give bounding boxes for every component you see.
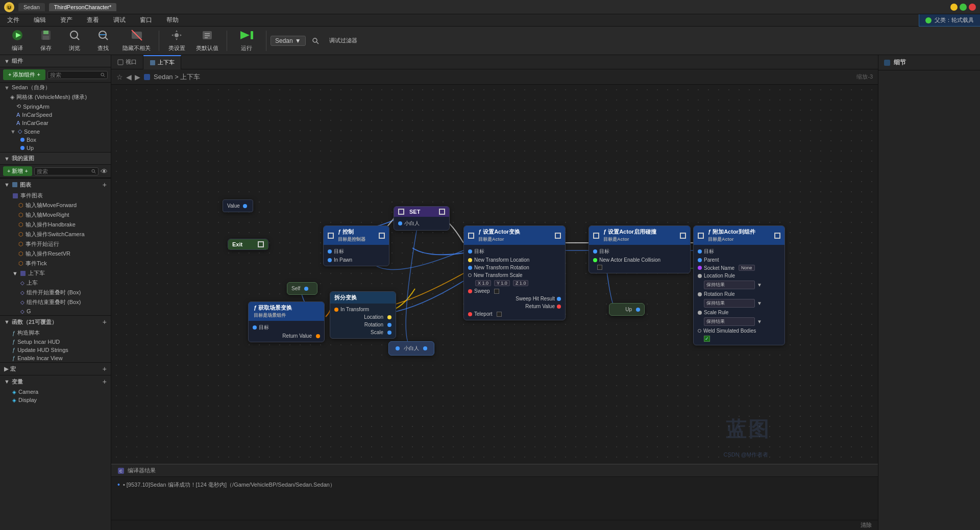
- app-logo: U: [4, 2, 14, 12]
- ud-item-2[interactable]: ◇ 组件结束重叠时 (Box): [0, 297, 111, 307]
- maximize-button[interactable]: [960, 4, 967, 11]
- chevron-down-icon: ▼: [4, 378, 10, 385]
- var-display[interactable]: ◈ Display: [0, 396, 111, 404]
- func-update-hud[interactable]: ƒ Update HUD Strings: [0, 346, 111, 354]
- gt-return-pin: Return Value: [249, 332, 324, 340]
- close-button[interactable]: [969, 4, 976, 11]
- aa-rotation-select[interactable]: 保持结果 ▼: [694, 298, 785, 309]
- decompose-node[interactable]: 拆分变换 In Transform Location Rotation: [330, 291, 396, 339]
- ud-item-0[interactable]: ◇ 上车: [0, 278, 111, 288]
- clear-button[interactable]: 清除: [861, 521, 872, 529]
- chevron-down-icon: ▼: [4, 85, 10, 91]
- save-button[interactable]: 保存: [33, 27, 59, 54]
- event-handbrake[interactable]: ⬡ 输入操作Handbrake: [0, 220, 111, 230]
- menu-assets[interactable]: 资产: [57, 15, 76, 26]
- sedan-dropdown[interactable]: Sedan ▼: [271, 36, 306, 46]
- menu-window[interactable]: 窗口: [137, 15, 155, 26]
- func-setup-hud[interactable]: ƒ Setup Incar HUD: [0, 338, 111, 346]
- event-switchcamera[interactable]: ⬡ 输入操作SwitchCamera: [0, 230, 111, 239]
- var-camera[interactable]: ◈ Camera: [0, 388, 111, 396]
- aa-location-select[interactable]: 保持结果 ▼: [694, 280, 785, 290]
- add-component-button[interactable]: + 添加组件 +: [3, 69, 45, 80]
- svg-point-23: [101, 73, 104, 75]
- sedan-self-item[interactable]: ▼ Sedan（自身）: [0, 83, 111, 92]
- graphs-header[interactable]: ▼ 图表 +: [0, 179, 111, 191]
- up-node[interactable]: Up: [609, 303, 645, 316]
- scene-item[interactable]: ▼ ◇ Scene: [0, 127, 111, 136]
- debug-filter-button[interactable]: 调试过滤器: [325, 35, 361, 46]
- my-blueprint-header[interactable]: ▼ 我的蓝图: [0, 153, 111, 165]
- forward-button[interactable]: ▶: [135, 73, 140, 81]
- tab-thirdperson[interactable]: ThirdPersonCharacter*: [49, 3, 117, 11]
- class-defaults-button[interactable]: 类默认值: [192, 27, 223, 54]
- event-beginplay[interactable]: ⬡ 事件开始运行: [0, 239, 111, 249]
- status-dot: [925, 17, 932, 23]
- component-search[interactable]: [47, 71, 108, 79]
- up-item[interactable]: Up: [0, 144, 111, 152]
- spring-arm-item[interactable]: ⟲ SpringArm: [0, 102, 111, 111]
- run-button[interactable]: 运行: [231, 27, 262, 54]
- event-tick[interactable]: ⬡ 事件Tick: [0, 259, 111, 268]
- self-node[interactable]: Self: [287, 282, 317, 295]
- blueprint-canvas[interactable]: Exit Value SET: [111, 85, 878, 464]
- updown-car-header[interactable]: ▼ 上下车: [0, 268, 111, 278]
- func-icon: ƒ: [12, 355, 15, 361]
- add-function-button[interactable]: +: [103, 318, 107, 326]
- functions-header[interactable]: ▼ 函数（21可覆盖） +: [0, 316, 111, 328]
- hide-icon: [131, 29, 143, 43]
- component-search-input[interactable]: [50, 72, 101, 78]
- eye-button[interactable]: 👁: [101, 167, 108, 175]
- func-enable-incar[interactable]: ƒ Enable Incar View: [0, 354, 111, 362]
- gt-target-pin: 目标: [249, 323, 324, 332]
- control-node[interactable]: ƒ 控制 目标是控制器 目标 In Pawn: [323, 225, 389, 266]
- attach-actor-node[interactable]: ƒ 附加Actor到组件 目标是Actor 目标 Parent: [693, 225, 785, 345]
- blueprint-search-input[interactable]: [37, 168, 91, 174]
- compile-button[interactable]: 编译: [4, 27, 31, 54]
- tab-sedan[interactable]: Sedan: [18, 3, 45, 11]
- tab-updown[interactable]: 上下车: [143, 55, 181, 69]
- menu-help[interactable]: 帮助: [163, 15, 182, 26]
- exit-node[interactable]: Exit: [228, 239, 268, 250]
- set-node[interactable]: SET 小白人: [394, 206, 450, 231]
- func-construct[interactable]: ƒ 构造脚本: [0, 328, 111, 338]
- back-button[interactable]: ◀: [126, 73, 132, 81]
- set-actor-collision-node[interactable]: ƒ 设置Actor启用碰撞 目标是Actor 目标 New Actor Enab…: [589, 225, 691, 273]
- components-section-header[interactable]: ▼ 组件: [0, 55, 111, 67]
- menu-debug[interactable]: 调试: [110, 15, 129, 26]
- new-button[interactable]: + 新增 +: [3, 166, 32, 176]
- blueprint-search[interactable]: [34, 167, 99, 175]
- tab-viewport[interactable]: 视口: [111, 55, 143, 69]
- incar-speed-item[interactable]: A InCarSpeed: [0, 111, 111, 119]
- ud-item-3[interactable]: ◇ G: [0, 307, 111, 315]
- aa-scale-select[interactable]: 保持结果 ▼: [694, 316, 785, 327]
- small-white-node[interactable]: 小白人: [388, 341, 434, 356]
- debug-search-button[interactable]: [308, 35, 323, 46]
- event-moveright[interactable]: ⬡ 输入轴MoveRight: [0, 210, 111, 220]
- value-node[interactable]: Value: [223, 199, 253, 212]
- find-button[interactable]: 查找: [90, 27, 116, 54]
- minimize-button[interactable]: [950, 4, 958, 11]
- browse-button[interactable]: 浏览: [61, 27, 88, 54]
- exec-pin-left: [698, 233, 704, 239]
- add-macro-button[interactable]: +: [103, 365, 107, 373]
- macros-header[interactable]: ▶ 宏 +: [0, 363, 111, 375]
- add-variable-button[interactable]: +: [103, 377, 107, 386]
- menu-file[interactable]: 文件: [4, 15, 22, 26]
- event-resetvr[interactable]: ⬡ 输入操作ResetVR: [0, 249, 111, 259]
- box-item[interactable]: Box: [0, 136, 111, 144]
- variables-header[interactable]: ▼ 变量 +: [0, 375, 111, 388]
- vehicle-mesh-item[interactable]: ◈ 网格体 (VehicleMesh) (继承): [0, 92, 111, 102]
- hide-button[interactable]: 隐藏不相关: [118, 27, 155, 54]
- incar-gear-item[interactable]: A InCarGear: [0, 119, 111, 127]
- add-graph-button[interactable]: +: [103, 181, 107, 189]
- get-transform-node[interactable]: ƒ 获取场景变换 目标是场景组件 目标 Return Value: [248, 301, 325, 342]
- sedan-tab-label: Sedan: [23, 4, 40, 10]
- favorite-button[interactable]: ☆: [116, 73, 123, 81]
- event-graph-item[interactable]: 事件图表: [0, 191, 111, 200]
- menu-edit[interactable]: 编辑: [31, 15, 49, 26]
- menu-view[interactable]: 查看: [84, 15, 102, 26]
- set-actor-transform-node[interactable]: ƒ 设置Actor变换 目标是Actor 目标 New Transform Lo…: [463, 225, 566, 320]
- class-settings-button[interactable]: 类设置: [163, 27, 190, 54]
- ud-item-1[interactable]: ◇ 组件开始重叠时 (Box): [0, 288, 111, 297]
- event-moveforward[interactable]: ⬡ 输入轴MoveForward: [0, 200, 111, 210]
